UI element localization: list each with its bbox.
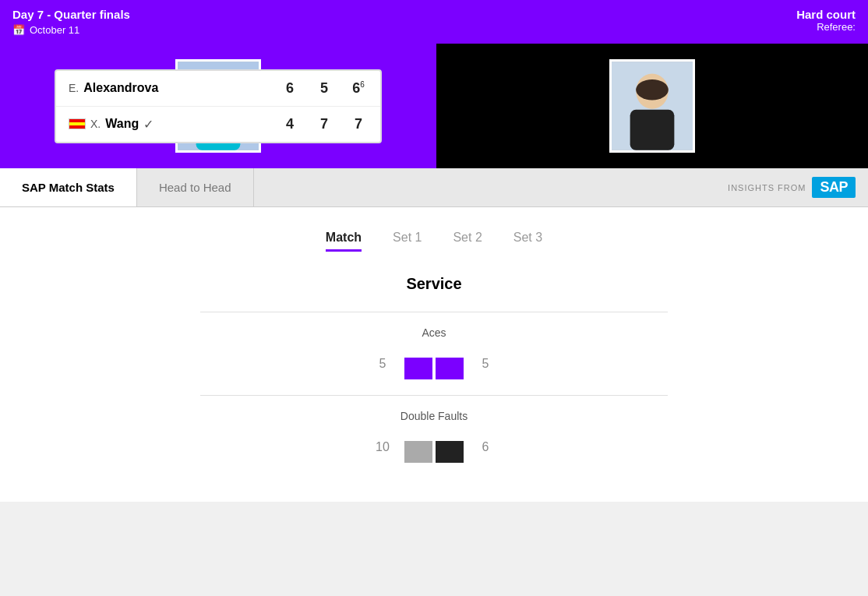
set-tab-set1[interactable]: Set 1: [393, 231, 422, 252]
service-section-title: Service: [200, 275, 668, 293]
player-initial-left: E.: [69, 82, 79, 94]
header-right: Hard court Referee:: [796, 8, 856, 33]
tab-head-to-head[interactable]: Head to Head: [137, 168, 254, 206]
aces-bar-row: 5 5: [200, 348, 668, 379]
double-faults-bar-left: [404, 441, 432, 463]
players-section: E. Alexandrova 6 5 66 X. Wang ✓ 4: [0, 44, 868, 168]
score-row-wang: X. Wang ✓ 4 7 7: [56, 107, 380, 142]
match-title: Day 7 - Quarter finals: [12, 8, 130, 21]
aces-bar-left: [404, 358, 432, 379]
set-tab-set3[interactable]: Set 3: [513, 231, 542, 252]
insights-label: INSIGHTS FROM: [728, 183, 806, 192]
main-content: Match Set 1 Set 2 Set 3 Service Aces 5 5: [0, 207, 868, 502]
match-date-row: 📅 October 11: [12, 24, 130, 36]
set-tab-set2[interactable]: Set 2: [453, 231, 482, 252]
sap-logo-area: INSIGHTS FROM SAP: [728, 177, 868, 198]
double-faults-right-value: 6: [471, 440, 499, 454]
tab-sap-match-stats[interactable]: SAP Match Stats: [0, 168, 137, 206]
set-tab-match[interactable]: Match: [326, 231, 362, 252]
aces-bars: [404, 348, 464, 379]
double-faults-bar-row: 10 6: [200, 432, 668, 463]
player-surname-right: Wang: [105, 117, 139, 131]
winner-checkmark: ✓: [143, 117, 153, 132]
player-initial-right: X.: [90, 118, 101, 130]
svg-rect-6: [630, 110, 675, 150]
tabs-bar: SAP Match Stats Head to Head INSIGHTS FR…: [0, 168, 868, 207]
set-tabs: Match Set 1 Set 2 Set 3: [16, 231, 852, 252]
player-surname-left: Alexandrova: [83, 81, 158, 95]
player-name-wang: X. Wang ✓: [69, 117, 281, 132]
court-type: Hard court: [796, 8, 856, 21]
svg-point-7: [636, 79, 669, 100]
score-card: E. Alexandrova 6 5 66 X. Wang ✓ 4: [55, 69, 382, 143]
set-scores-right: 4 7 7: [281, 116, 368, 132]
player-left-panel: E. Alexandrova 6 5 66 X. Wang ✓ 4: [0, 44, 436, 168]
set3-score-left: 66: [349, 80, 368, 97]
player-right-panel: [436, 44, 868, 168]
score-row-alexandrova: E. Alexandrova 6 5 66: [56, 71, 380, 107]
aces-label: Aces: [200, 326, 668, 339]
china-flag: [69, 118, 86, 129]
set1-score-left: 6: [281, 80, 299, 97]
set2-score-left: 5: [315, 80, 333, 97]
double-faults-bars: [404, 432, 464, 463]
match-date: October 11: [30, 24, 79, 36]
player-right-photo: [609, 59, 695, 153]
aces-right-value: 5: [471, 357, 499, 371]
set1-score-right: 4: [281, 116, 299, 132]
set2-score-right: 7: [315, 116, 333, 132]
calendar-icon: 📅: [12, 24, 25, 36]
sap-logo: SAP: [812, 177, 856, 198]
double-faults-left-value: 10: [369, 440, 397, 454]
referee-label: Referee:: [796, 21, 856, 33]
aces-left-value: 5: [369, 357, 397, 371]
aces-group: Aces 5 5: [200, 312, 668, 379]
set3-score-right: 7: [349, 116, 368, 132]
stats-section: Service Aces 5 5 Double Faults 10: [200, 275, 668, 463]
double-faults-label: Double Faults: [200, 410, 668, 422]
header: Day 7 - Quarter finals 📅 October 11 Hard…: [0, 0, 868, 44]
set-scores-left: 6 5 66: [281, 80, 368, 97]
aces-bar-right: [436, 358, 464, 379]
player-name-alexandrova: E. Alexandrova: [69, 81, 281, 95]
header-left: Day 7 - Quarter finals 📅 October 11: [12, 8, 130, 36]
double-faults-bar-right: [436, 441, 464, 463]
double-faults-group: Double Faults 10 6: [200, 395, 668, 463]
